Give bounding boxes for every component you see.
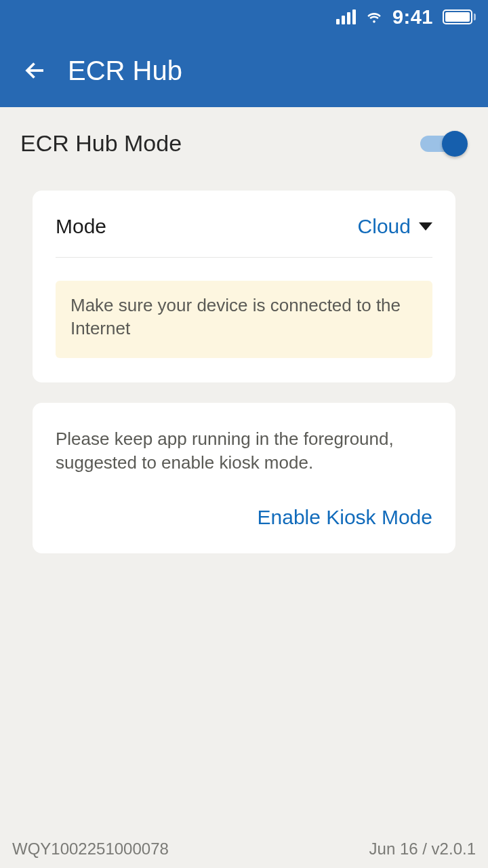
network-notice: Make sure your device is connected to th… [56, 281, 432, 358]
signal-icon [336, 9, 356, 24]
battery-icon [443, 9, 476, 24]
mode-label: Mode [56, 215, 106, 238]
section-header: ECR Hub Mode [0, 107, 488, 170]
ecr-hub-mode-toggle[interactable] [420, 131, 468, 157]
arrow-left-icon [23, 58, 47, 83]
app-bar: ECR Hub [0, 34, 488, 107]
back-button[interactable] [20, 56, 50, 85]
page-title: ECR Hub [68, 56, 182, 86]
mode-selector[interactable]: Mode Cloud [56, 215, 432, 258]
status-bar: 9:41 [0, 0, 488, 34]
footer: WQY1002251000078 Jun 16 / v2.0.1 [0, 833, 488, 868]
mode-card: Mode Cloud Make sure your device is conn… [33, 191, 455, 382]
section-title: ECR Hub Mode [20, 130, 182, 157]
kiosk-message: Please keep app running in the foregroun… [56, 427, 432, 475]
date-version: Jun 16 / v2.0.1 [369, 840, 476, 859]
mode-value: Cloud [358, 215, 411, 238]
kiosk-card: Please keep app running in the foregroun… [33, 403, 455, 553]
status-time: 9:41 [392, 6, 433, 28]
chevron-down-icon [419, 222, 432, 231]
wifi-icon [365, 8, 383, 26]
device-serial: WQY1002251000078 [12, 840, 169, 859]
enable-kiosk-mode-link[interactable]: Enable Kiosk Mode [258, 506, 433, 529]
